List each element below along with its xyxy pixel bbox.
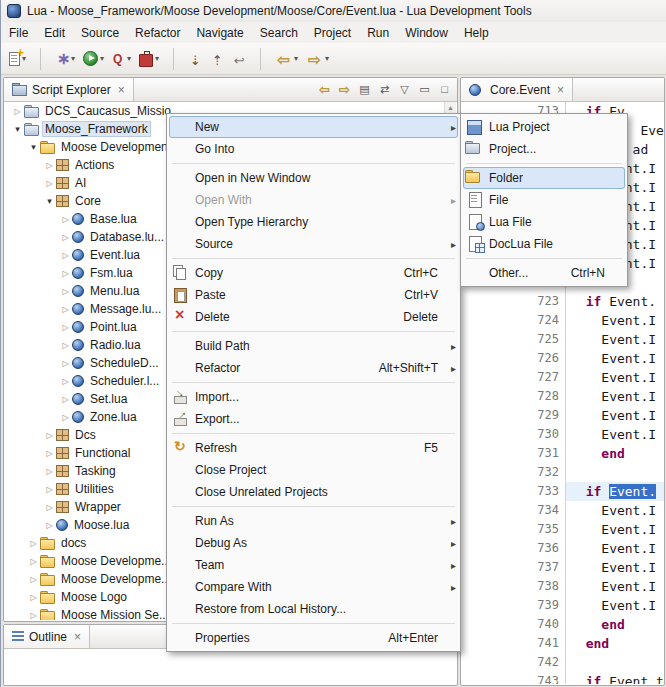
collapsed-arrow-icon[interactable]: ▷ bbox=[43, 521, 56, 530]
menu-item-delete[interactable]: DeleteDelete bbox=[169, 306, 458, 328]
last-edit-location-button[interactable] bbox=[228, 48, 250, 69]
back-button[interactable]: ⇦ bbox=[316, 81, 333, 98]
previous-annotation-button[interactable] bbox=[206, 48, 228, 69]
code-line[interactable]: 726 Event.I bbox=[462, 349, 664, 368]
code-line[interactable]: 743 if Event.ta bbox=[462, 672, 664, 684]
collapsed-arrow-icon[interactable]: ▷ bbox=[27, 593, 40, 602]
menu-item-lua-file[interactable]: Lua File bbox=[463, 211, 625, 233]
menu-item-open-with[interactable]: Open With▸ bbox=[169, 189, 458, 211]
collapsed-arrow-icon[interactable]: ▷ bbox=[59, 323, 72, 332]
collapsed-arrow-icon[interactable]: ▷ bbox=[43, 503, 56, 512]
menu-item-close-project[interactable]: Close Project bbox=[169, 459, 458, 481]
menu-item-open-type-hierarchy[interactable]: Open Type Hierarchy bbox=[169, 211, 458, 233]
expanded-arrow-icon[interactable]: ▾ bbox=[27, 142, 40, 152]
menu-item-team[interactable]: Team▸ bbox=[169, 554, 458, 576]
expanded-arrow-icon[interactable]: ▾ bbox=[43, 196, 56, 206]
menu-item-new[interactable]: New▸ bbox=[169, 116, 458, 138]
collapsed-arrow-icon[interactable]: ▷ bbox=[27, 539, 40, 548]
new-button[interactable]: ▾ bbox=[5, 49, 30, 69]
menu-item-copy[interactable]: CopyCtrl+C bbox=[169, 262, 458, 284]
menu-item-source[interactable]: Source▸ bbox=[169, 233, 458, 255]
coverage-button[interactable]: ▾ bbox=[108, 49, 135, 69]
collapsed-arrow-icon[interactable]: ▷ bbox=[59, 287, 72, 296]
menu-item-open-in-new-window[interactable]: Open in New Window bbox=[169, 167, 458, 189]
collapsed-arrow-icon[interactable]: ▷ bbox=[59, 233, 72, 242]
collapsed-arrow-icon[interactable]: ▷ bbox=[59, 341, 72, 350]
collapsed-arrow-icon[interactable]: ▷ bbox=[59, 395, 72, 404]
tab-outline[interactable]: Outline × bbox=[4, 625, 90, 648]
collapsed-arrow-icon[interactable]: ▷ bbox=[43, 179, 56, 188]
menu-navigate[interactable]: Navigate bbox=[188, 24, 251, 42]
forward-button[interactable]: ▾ bbox=[302, 48, 333, 70]
menu-file[interactable]: File bbox=[1, 24, 36, 42]
menu-window[interactable]: Window bbox=[397, 24, 456, 42]
run-button[interactable]: ▾ bbox=[79, 48, 108, 69]
menu-item-project[interactable]: Project... bbox=[463, 138, 625, 160]
collapsed-arrow-icon[interactable]: ▷ bbox=[43, 467, 56, 476]
code-line[interactable]: 738 Event.I bbox=[462, 577, 664, 596]
menu-item-file[interactable]: File bbox=[463, 189, 625, 211]
code-line[interactable]: 725 Event.I bbox=[462, 330, 664, 349]
minimize-button[interactable]: ▭ bbox=[416, 81, 433, 98]
close-icon[interactable]: × bbox=[74, 630, 81, 644]
menu-item-folder[interactable]: Folder bbox=[463, 167, 625, 189]
code-line[interactable]: 723 if Event. bbox=[462, 292, 664, 311]
menu-item-compare-with[interactable]: Compare With▸ bbox=[169, 576, 458, 598]
collapsed-arrow-icon[interactable]: ▷ bbox=[43, 485, 56, 494]
code-line[interactable]: 728 Event.I bbox=[462, 387, 664, 406]
menu-item-other[interactable]: Other...Ctrl+N bbox=[463, 262, 625, 284]
maximize-button[interactable]: □ bbox=[436, 81, 453, 98]
view-menu-button[interactable]: ▽ bbox=[396, 81, 413, 98]
close-icon[interactable]: × bbox=[557, 83, 564, 97]
collapsed-arrow-icon[interactable]: ▷ bbox=[59, 413, 72, 422]
collapsed-arrow-icon[interactable]: ▷ bbox=[27, 575, 40, 584]
code-line[interactable]: 735 Event.I bbox=[462, 520, 664, 539]
collapsed-arrow-icon[interactable]: ▷ bbox=[59, 377, 72, 386]
menu-item-properties[interactable]: PropertiesAlt+Enter bbox=[169, 627, 458, 649]
menu-item-import[interactable]: Import... bbox=[169, 386, 458, 408]
code-line[interactable]: 729 Event.I bbox=[462, 406, 664, 425]
collapsed-arrow-icon[interactable]: ▷ bbox=[43, 431, 56, 440]
menu-item-build-path[interactable]: Build Path▸ bbox=[169, 335, 458, 357]
expanded-arrow-icon[interactable]: ▾ bbox=[11, 124, 24, 134]
code-line[interactable]: 742 bbox=[462, 653, 664, 672]
menu-item-refactor[interactable]: RefactorAlt+Shift+T▸ bbox=[169, 357, 458, 379]
tab-script-explorer[interactable]: Script Explorer × bbox=[4, 78, 134, 101]
menu-item-refresh[interactable]: RefreshF5 bbox=[169, 437, 458, 459]
forward-button[interactable]: ⇨ bbox=[336, 81, 353, 98]
code-line[interactable]: 730 Event.I bbox=[462, 425, 664, 444]
next-annotation-button[interactable] bbox=[184, 48, 206, 69]
menu-item-restore-from-local-history[interactable]: Restore from Local History... bbox=[169, 598, 458, 620]
menu-refactor[interactable]: Refactor bbox=[127, 24, 188, 42]
collapsed-arrow-icon[interactable]: ▷ bbox=[43, 449, 56, 458]
close-icon[interactable]: × bbox=[118, 83, 125, 97]
collapsed-arrow-icon[interactable]: ▷ bbox=[43, 161, 56, 170]
collapsed-arrow-icon[interactable]: ▷ bbox=[59, 359, 72, 368]
code-line[interactable]: 736 Event.I bbox=[462, 539, 664, 558]
collapsed-arrow-icon[interactable]: ▷ bbox=[27, 611, 40, 620]
code-line[interactable]: 739 Event.I bbox=[462, 596, 664, 615]
tab-core-event[interactable]: Core.Event × bbox=[461, 78, 573, 101]
scroll-up-icon[interactable]: ▲ bbox=[445, 104, 456, 111]
menu-search[interactable]: Search bbox=[252, 24, 306, 42]
menu-item-paste[interactable]: PasteCtrl+V bbox=[169, 284, 458, 306]
launch-button[interactable]: ▾ bbox=[51, 49, 79, 69]
menu-project[interactable]: Project bbox=[306, 24, 359, 42]
code-line[interactable]: 737 Event.I bbox=[462, 558, 664, 577]
code-line[interactable]: 732 bbox=[462, 463, 664, 482]
menu-edit[interactable]: Edit bbox=[36, 24, 73, 42]
menu-item-close-unrelated-projects[interactable]: Close Unrelated Projects bbox=[169, 481, 458, 503]
menu-help[interactable]: Help bbox=[456, 24, 497, 42]
external-tools-button[interactable]: ▾ bbox=[135, 49, 163, 68]
code-line[interactable]: 724 Event.I bbox=[462, 311, 664, 330]
menu-item-doclua-file[interactable]: DocLua File bbox=[463, 233, 625, 255]
menu-item-run-as[interactable]: Run As▸ bbox=[169, 510, 458, 532]
collapsed-arrow-icon[interactable]: ▷ bbox=[59, 215, 72, 224]
back-button[interactable]: ▾ bbox=[271, 48, 302, 70]
link-with-editor-button[interactable]: ⇄ bbox=[376, 81, 393, 98]
collapsed-arrow-icon[interactable]: ▷ bbox=[59, 305, 72, 314]
code-line[interactable]: 740 end bbox=[462, 615, 664, 634]
menu-run[interactable]: Run bbox=[359, 24, 397, 42]
collapsed-arrow-icon[interactable]: ▷ bbox=[59, 251, 72, 260]
collapsed-arrow-icon[interactable]: ▷ bbox=[11, 107, 24, 116]
